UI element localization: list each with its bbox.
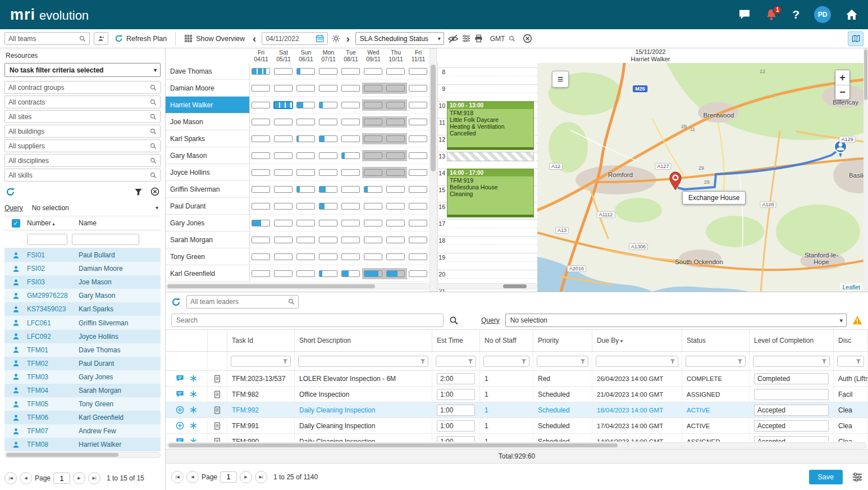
filter-input-completion[interactable] bbox=[753, 356, 830, 367]
schedule-cell[interactable] bbox=[317, 232, 340, 248]
sidebar-filter-all-disciplines[interactable]: All disciplines bbox=[4, 154, 161, 167]
tasks-page-input[interactable] bbox=[220, 471, 237, 483]
schedule-cell[interactable] bbox=[407, 147, 430, 164]
next-day-button[interactable] bbox=[344, 33, 351, 45]
resource-row[interactable]: TFM05Tony Green bbox=[4, 397, 161, 411]
recurring-icon[interactable] bbox=[190, 438, 197, 442]
recurring-icon[interactable] bbox=[190, 422, 197, 429]
add-icon[interactable] bbox=[176, 406, 184, 414]
right-vertical-scrollbar[interactable] bbox=[864, 48, 868, 292]
schedule-cell[interactable] bbox=[407, 265, 430, 282]
schedule-cell[interactable] bbox=[407, 198, 430, 215]
schedule-cell[interactable] bbox=[317, 147, 340, 164]
schedule-cell[interactable] bbox=[272, 130, 295, 147]
schedule-cell[interactable] bbox=[317, 130, 340, 147]
hour-row-19[interactable]: 19 bbox=[438, 253, 537, 270]
resource-row[interactable]: TFM08Harriet Walker bbox=[4, 438, 161, 451]
clear-filter-icon[interactable] bbox=[150, 187, 159, 196]
schedule-cell[interactable] bbox=[272, 63, 295, 80]
team-leader-filter[interactable]: All team leaders bbox=[186, 295, 299, 308]
completion-input[interactable] bbox=[754, 389, 829, 400]
scheduler-resource-sarah-morgan[interactable]: Sarah Morgan bbox=[166, 232, 249, 248]
tasks-first-page-button[interactable] bbox=[171, 471, 184, 483]
schedule-cell[interactable] bbox=[295, 164, 317, 181]
schedule-cell[interactable] bbox=[317, 215, 340, 232]
schedule-cell[interactable] bbox=[295, 198, 317, 215]
schedule-cell[interactable] bbox=[272, 147, 295, 164]
resource-row[interactable]: FSI01Paul Bullard bbox=[4, 248, 161, 262]
filter-funnel-icon[interactable] bbox=[134, 188, 143, 196]
funnel-icon[interactable] bbox=[670, 359, 675, 364]
column-header-staff[interactable]: No of Staff bbox=[480, 330, 533, 351]
schedule-cell[interactable] bbox=[250, 147, 272, 164]
resource-row[interactable]: FSI03Joe Mason bbox=[4, 275, 161, 289]
number-filter-input[interactable] bbox=[27, 234, 67, 245]
completion-input[interactable]: Accepted bbox=[754, 405, 829, 416]
schedule-cell[interactable] bbox=[272, 80, 295, 97]
schedule-cell[interactable] bbox=[295, 114, 317, 130]
comment-icon[interactable] bbox=[176, 437, 184, 442]
person-icon[interactable] bbox=[12, 333, 20, 340]
filter-input-staff[interactable] bbox=[483, 356, 529, 367]
travel-time-block[interactable] bbox=[447, 152, 534, 161]
schedule-cell[interactable] bbox=[317, 97, 340, 114]
schedule-cell[interactable] bbox=[295, 80, 317, 97]
est-input[interactable]: 1:00 bbox=[437, 420, 475, 432]
schedule-cell[interactable] bbox=[340, 130, 362, 147]
person-icon[interactable] bbox=[12, 414, 20, 421]
hour-row-8[interactable]: 8 bbox=[438, 67, 537, 84]
schedule-cell[interactable] bbox=[340, 97, 362, 114]
search-icon[interactable] bbox=[150, 99, 157, 106]
schedule-cell[interactable] bbox=[340, 181, 362, 198]
person-icon[interactable] bbox=[12, 319, 20, 326]
date-picker[interactable]: 04/11/2022 bbox=[262, 32, 328, 45]
teams-filter[interactable]: All teams bbox=[4, 32, 90, 45]
schedule-cell[interactable] bbox=[250, 248, 272, 265]
filter-input-task-id[interactable] bbox=[231, 356, 291, 367]
column-header-priority[interactable]: Priority bbox=[533, 330, 592, 351]
schedule-cell[interactable] bbox=[407, 80, 430, 97]
day-header-10-11[interactable]: Thu10/11 bbox=[385, 48, 407, 63]
resources-first-page-button[interactable] bbox=[4, 472, 17, 484]
schedule-cell[interactable] bbox=[250, 215, 272, 232]
schedule-cell[interactable] bbox=[340, 232, 362, 248]
column-header-status[interactable]: Status bbox=[682, 330, 750, 351]
schedule-cell[interactable] bbox=[385, 80, 407, 97]
recurring-icon[interactable] bbox=[190, 375, 197, 382]
messages-icon[interactable] bbox=[738, 8, 751, 21]
schedule-cell[interactable] bbox=[362, 63, 385, 80]
comment-icon[interactable] bbox=[176, 390, 184, 398]
recurring-icon[interactable] bbox=[190, 406, 197, 414]
schedule-cell[interactable] bbox=[317, 164, 340, 181]
resource-row[interactable]: TFM02Paul Durant bbox=[4, 357, 161, 370]
schedule-cell[interactable] bbox=[250, 164, 272, 181]
schedule-cell[interactable] bbox=[362, 232, 385, 248]
schedule-cell[interactable] bbox=[385, 248, 407, 265]
schedule-cell[interactable] bbox=[250, 130, 272, 147]
person-icon[interactable] bbox=[12, 401, 20, 408]
est-input[interactable]: 1:00 bbox=[437, 436, 475, 442]
schedule-cell[interactable] bbox=[407, 130, 430, 147]
schedule-cell[interactable] bbox=[407, 63, 430, 80]
column-header-number[interactable]: Number bbox=[27, 219, 79, 227]
scheduler-resource-gary-jones[interactable]: Gary Jones bbox=[166, 215, 249, 232]
task-row-tfm-982[interactable]: TFM:982Office Inspection1:001Scheduled21… bbox=[166, 387, 868, 402]
schedule-cell[interactable] bbox=[295, 265, 317, 282]
person-icon[interactable] bbox=[12, 306, 20, 313]
search-icon[interactable] bbox=[150, 114, 157, 120]
column-header-disc[interactable]: Disc bbox=[834, 330, 868, 351]
document-icon[interactable] bbox=[213, 438, 221, 442]
filter-input-disc[interactable] bbox=[837, 356, 864, 367]
schedule-cell[interactable] bbox=[317, 63, 340, 80]
schedule-cell[interactable] bbox=[362, 248, 385, 265]
person-icon[interactable] bbox=[12, 441, 20, 448]
est-input[interactable]: 1:00 bbox=[437, 405, 475, 416]
resource-row[interactable]: TFM07Andrew Few bbox=[4, 424, 161, 438]
schedule-cell[interactable] bbox=[385, 215, 407, 232]
scheduler-resource-paul-durant[interactable]: Paul Durant bbox=[166, 198, 249, 215]
schedule-cell[interactable] bbox=[362, 130, 385, 147]
hour-row-18[interactable]: 18 bbox=[438, 236, 537, 253]
person-icon[interactable] bbox=[12, 265, 20, 273]
filter-input-est[interactable] bbox=[436, 356, 476, 367]
schedule-cell[interactable] bbox=[407, 181, 430, 198]
